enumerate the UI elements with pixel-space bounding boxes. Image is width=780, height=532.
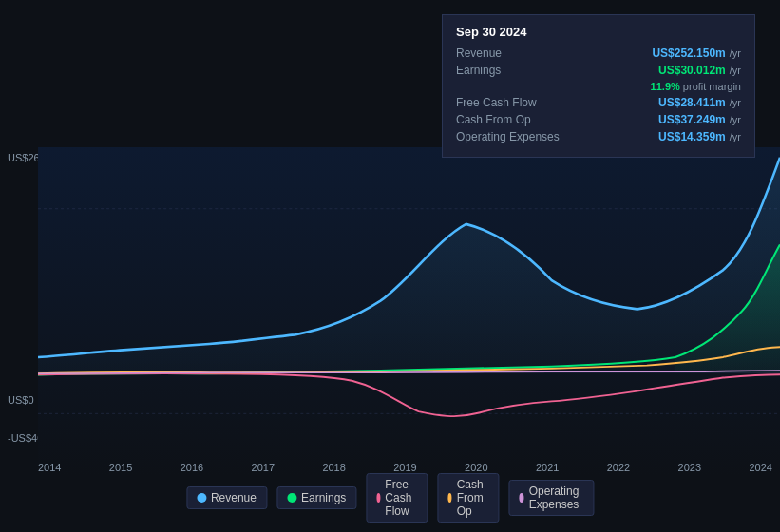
profit-margin-text: 11.9% profit margin (651, 81, 741, 92)
x-label-2015: 2015 (109, 462, 132, 473)
cash-from-op-unit: /yr (730, 114, 741, 125)
profit-margin-value: 11.9% (651, 81, 680, 92)
fcf-dot (376, 493, 380, 503)
profit-margin-row: 11.9% profit margin (456, 81, 741, 92)
x-label-2014: 2014 (38, 462, 61, 473)
revenue-value: US$252.150m (652, 47, 725, 60)
info-card: Sep 30 2024 Revenue US$252.150m /yr Earn… (442, 14, 755, 158)
operating-expenses-row: Operating Expenses US$14.359m /yr (456, 130, 741, 143)
earnings-value: US$30.012m (658, 64, 726, 77)
cash-from-op-row: Cash From Op US$37.249m /yr (456, 113, 741, 126)
cash-from-op-label: Cash From Op (456, 113, 570, 126)
earnings-row: Earnings US$30.012m /yr (456, 64, 741, 77)
earnings-label: Earnings (456, 64, 570, 77)
earnings-dot (287, 493, 296, 503)
cash-from-op-dot (447, 493, 451, 503)
free-cash-flow-row: Free Cash Flow US$28.411m /yr (456, 96, 741, 109)
opex-dot (519, 493, 523, 503)
revenue-label: Revenue (456, 47, 570, 60)
x-label-2020: 2020 (465, 462, 487, 473)
legend-fcf[interactable]: Free Cash Flow (366, 473, 428, 522)
legend-cash-from-op-label: Cash From Op (457, 478, 489, 518)
free-cash-flow-value: US$28.411m (658, 96, 726, 109)
operating-expenses-value: US$14.359m (658, 130, 726, 143)
free-cash-flow-label: Free Cash Flow (456, 96, 570, 109)
legend-cash-from-op[interactable]: Cash From Op (437, 473, 499, 522)
operating-expenses-unit: /yr (730, 131, 741, 142)
x-label-2017: 2017 (252, 462, 275, 473)
info-card-title: Sep 30 2024 (456, 25, 741, 39)
x-label-2024: 2024 (749, 462, 771, 473)
legend-revenue-label: Revenue (211, 491, 257, 504)
legend-opex-label: Operating Expenses (529, 484, 583, 511)
legend: Revenue Earnings Free Cash Flow Cash Fro… (186, 473, 594, 522)
x-label-2018: 2018 (322, 462, 345, 473)
x-label-2022: 2022 (607, 462, 630, 473)
chart-svg: C C C C (38, 147, 780, 475)
revenue-dot (197, 493, 206, 503)
legend-opex[interactable]: Operating Expenses (508, 480, 594, 516)
x-label-2016: 2016 (181, 462, 203, 473)
x-axis-labels: 2014 2015 2016 2017 2018 2019 2020 2021 … (38, 462, 772, 473)
x-label-2019: 2019 (393, 462, 416, 473)
legend-earnings[interactable]: Earnings (276, 486, 356, 509)
free-cash-flow-unit: /yr (730, 97, 741, 108)
earnings-unit: /yr (730, 65, 741, 76)
legend-fcf-label: Free Cash Flow (385, 478, 417, 518)
x-label-2023: 2023 (678, 462, 701, 473)
operating-expenses-label: Operating Expenses (456, 130, 570, 143)
x-label-2021: 2021 (536, 462, 559, 473)
revenue-row: Revenue US$252.150m /yr (456, 47, 741, 60)
chart-area: C C C C (0, 147, 780, 475)
revenue-unit: /yr (730, 48, 741, 59)
legend-revenue[interactable]: Revenue (186, 486, 267, 509)
legend-earnings-label: Earnings (301, 491, 346, 504)
cash-from-op-value: US$37.249m (658, 113, 726, 126)
